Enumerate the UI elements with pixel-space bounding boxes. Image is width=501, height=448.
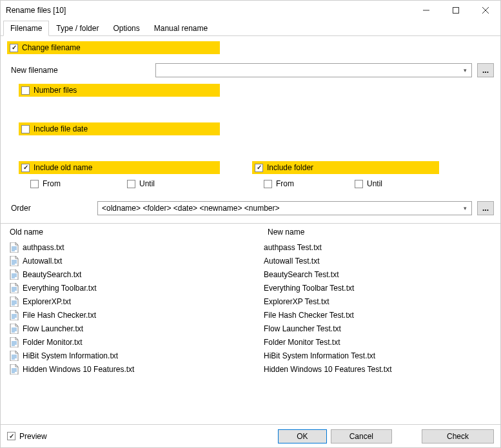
tab-type-folder[interactable]: Type / folder bbox=[49, 21, 106, 36]
preview-checkbox[interactable] bbox=[7, 432, 15, 440]
order-combo[interactable]: <oldname> <folder> <date> <newname> <num… bbox=[97, 201, 472, 215]
file-new-name: Folder Monitor Test.txt bbox=[264, 338, 491, 347]
file-new-name: authpass Test.txt bbox=[264, 243, 491, 252]
maximize-button[interactable] bbox=[441, 1, 471, 20]
include-old-name-label: Include old name bbox=[34, 163, 92, 172]
file-row[interactable]: HiBit System Information.txtHiBit System… bbox=[10, 349, 491, 362]
change-filename-row: Change filename bbox=[7, 41, 494, 54]
window-controls bbox=[411, 1, 500, 20]
file-old-name: authpass.txt bbox=[23, 243, 64, 252]
include-file-date-checkbox[interactable] bbox=[21, 125, 30, 133]
file-old-name: Everything Toolbar.txt bbox=[23, 284, 97, 293]
rename-files-window: Rename files [10] Filename Type / folder… bbox=[0, 0, 501, 448]
file-new-name: File Hash Checker Test.txt bbox=[264, 311, 491, 320]
number-files-highlight: Number files bbox=[19, 84, 220, 97]
file-new-name: Hidden Windows 10 Features Test.txt bbox=[264, 365, 491, 374]
number-files-label: Number files bbox=[34, 86, 77, 95]
include-file-date-label: Include file date bbox=[34, 124, 88, 133]
include-old-name-highlight: Include old name bbox=[19, 161, 220, 174]
window-title: Rename files [10] bbox=[6, 6, 411, 15]
file-new-name: ExplorerXP Test.txt bbox=[264, 297, 491, 306]
old-name-from-label: From bbox=[43, 179, 61, 188]
file-row[interactable]: File Hash Checker.txtFile Hash Checker T… bbox=[10, 308, 491, 322]
file-new-name: Flow Launcher Test.txt bbox=[264, 324, 491, 333]
file-row[interactable]: Folder Monitor.txtFolder Monitor Test.tx… bbox=[10, 335, 491, 349]
file-old-name: Flow Launcher.txt bbox=[23, 324, 83, 333]
change-filename-highlight: Change filename bbox=[7, 41, 220, 54]
check-button[interactable]: Check bbox=[422, 429, 494, 443]
file-old-name: ExplorerXP.txt bbox=[23, 297, 71, 306]
file-list[interactable]: authpass.txtauthpass Test.txtAutowall.tx… bbox=[7, 240, 494, 424]
change-filename-checkbox[interactable] bbox=[10, 44, 18, 52]
order-value: <oldname> <folder> <date> <newname> <num… bbox=[102, 204, 280, 213]
chevron-down-icon: ▾ bbox=[460, 203, 470, 213]
file-row[interactable]: ExplorerXP.txtExplorerXP Test.txt bbox=[10, 295, 491, 308]
file-row[interactable]: Hidden Windows 10 Features.txtHidden Win… bbox=[10, 362, 491, 376]
tab-filename[interactable]: Filename bbox=[3, 21, 49, 36]
change-filename-label: Change filename bbox=[22, 43, 81, 52]
svg-rect-1 bbox=[453, 8, 459, 14]
text-file-icon bbox=[10, 364, 19, 375]
titlebar: Rename files [10] bbox=[1, 1, 500, 20]
footer: Preview OK Cancel Check bbox=[1, 424, 500, 447]
chevron-down-icon: ▾ bbox=[460, 65, 470, 75]
include-file-date-highlight: Include file date bbox=[19, 122, 220, 135]
tab-options[interactable]: Options bbox=[106, 21, 146, 36]
folder-until-label: Until bbox=[367, 179, 382, 188]
folder-from-checkbox[interactable] bbox=[264, 180, 272, 188]
text-file-icon bbox=[10, 324, 19, 334]
close-button[interactable] bbox=[471, 1, 500, 20]
cancel-button[interactable]: Cancel bbox=[331, 429, 392, 443]
file-row[interactable]: Everything Toolbar.txtEverything Toolbar… bbox=[10, 281, 491, 295]
file-row[interactable]: authpass.txtauthpass Test.txt bbox=[10, 240, 491, 254]
folder-range-row: From Until bbox=[252, 179, 446, 188]
file-new-name: HiBit System Information Test.txt bbox=[264, 351, 491, 360]
old-name-until-label: Until bbox=[139, 179, 155, 188]
new-filename-combo[interactable]: ▾ bbox=[155, 63, 472, 77]
file-row[interactable]: Autowall.txtAutowall Test.txt bbox=[10, 254, 491, 268]
include-file-date-row: Include file date bbox=[7, 122, 494, 135]
file-old-name: File Hash Checker.txt bbox=[23, 311, 96, 320]
text-file-icon bbox=[10, 269, 19, 280]
column-header-old[interactable]: Old name bbox=[10, 228, 268, 237]
include-folder-checkbox[interactable] bbox=[255, 164, 263, 172]
ok-button[interactable]: OK bbox=[278, 429, 326, 443]
include-folder-label: Include folder bbox=[267, 163, 313, 172]
file-new-name: Everything Toolbar Test.txt bbox=[264, 284, 491, 293]
file-new-name: BeautySearch Test.txt bbox=[264, 270, 491, 279]
list-headers: Old name New name bbox=[7, 224, 494, 240]
file-new-name: Autowall Test.txt bbox=[264, 257, 491, 266]
preview-option: Preview bbox=[7, 432, 274, 441]
file-old-name: HiBit System Information.txt bbox=[23, 351, 118, 360]
folder-from-label: From bbox=[276, 179, 294, 188]
include-folder-highlight: Include folder bbox=[252, 161, 439, 174]
file-row[interactable]: BeautySearch.txtBeautySearch Test.txt bbox=[10, 268, 491, 281]
new-filename-row: New filename ▾ ... bbox=[7, 63, 494, 77]
text-file-icon bbox=[10, 242, 19, 253]
file-old-name: BeautySearch.txt bbox=[23, 270, 81, 279]
text-file-icon bbox=[10, 351, 19, 361]
new-filename-label: New filename bbox=[7, 66, 78, 75]
browse-button[interactable]: ... bbox=[477, 63, 494, 77]
include-old-name-checkbox[interactable] bbox=[21, 164, 30, 172]
column-header-new[interactable]: New name bbox=[268, 228, 491, 237]
text-file-icon bbox=[10, 256, 19, 266]
order-browse-button[interactable]: ... bbox=[477, 201, 494, 215]
text-file-icon bbox=[10, 283, 19, 293]
text-file-icon bbox=[10, 310, 19, 320]
minimize-button[interactable] bbox=[411, 1, 441, 20]
number-files-checkbox[interactable] bbox=[21, 86, 30, 95]
order-row: Order <oldname> <folder> <date> <newname… bbox=[7, 201, 494, 215]
order-label: Order bbox=[7, 204, 97, 213]
file-row[interactable]: Flow Launcher.txtFlow Launcher Test.txt bbox=[10, 322, 491, 335]
tab-bar: Filename Type / folder Options Manual re… bbox=[1, 20, 500, 36]
tab-manual-rename[interactable]: Manual rename bbox=[147, 21, 215, 36]
number-files-row: Number files bbox=[7, 84, 494, 97]
file-old-name: Hidden Windows 10 Features.txt bbox=[23, 365, 134, 374]
old-name-from-checkbox[interactable] bbox=[30, 180, 39, 188]
preview-label: Preview bbox=[19, 432, 47, 441]
old-name-until-checkbox[interactable] bbox=[127, 180, 135, 188]
folder-until-checkbox[interactable] bbox=[355, 180, 363, 188]
text-file-icon bbox=[10, 297, 19, 307]
include-row: Include old name From Until Include bbox=[7, 161, 494, 188]
